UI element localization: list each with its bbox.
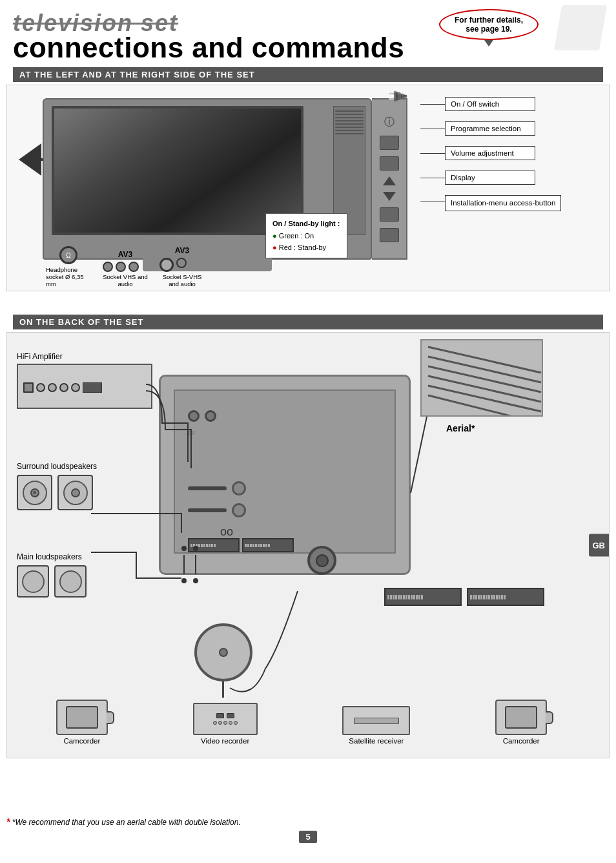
page-header: television set connections and commands … bbox=[0, 0, 616, 62]
gb-badge: GB bbox=[589, 534, 610, 557]
surround-speaker-1 bbox=[17, 475, 52, 510]
menu-button bbox=[380, 228, 399, 242]
callout-bubble: For further details, see page 19. bbox=[439, 9, 539, 47]
tv-back-body: ○○ bbox=[159, 375, 411, 575]
label-on-off: On / Off switch bbox=[420, 97, 608, 111]
label-programme: Programme selection bbox=[420, 121, 608, 136]
large-connector bbox=[307, 546, 336, 575]
main-speaker-2 bbox=[54, 565, 87, 598]
speaker-plug-left bbox=[181, 546, 198, 583]
bottom-devices-row: Camcorder Video r bbox=[7, 700, 596, 745]
satellite-receiver: Satellite receiver bbox=[342, 706, 410, 745]
page-number: 5 bbox=[0, 831, 616, 843]
power-button-indicator: ⓘ bbox=[380, 116, 399, 129]
surround-speaker-2 bbox=[57, 475, 93, 510]
corner-decoration bbox=[554, 5, 607, 50]
side-labels-container: On / Off switch Programme selection Volu… bbox=[420, 97, 608, 222]
satellite-dish bbox=[194, 623, 265, 694]
svg-line-6 bbox=[411, 417, 427, 493]
surround-speakers: Surround loudspeakers bbox=[17, 462, 97, 510]
standby-light-box: On / Stand-by light : ● Green : On ● Red… bbox=[265, 213, 347, 258]
label-installation: Installation-menu access-button bbox=[420, 195, 608, 211]
video-recorder-left: Video recorder bbox=[193, 703, 258, 745]
camcorder-right: Camcorder bbox=[495, 700, 547, 745]
tv-left-right-diagram: ⓘ 🔌 On / Off switch bbox=[6, 85, 610, 291]
bottom-connectors: Ω Headphone socket Ø 6,35 mm AV3 Socket … bbox=[46, 246, 205, 287]
aerial-box bbox=[420, 339, 543, 417]
vol-button-down bbox=[383, 192, 396, 201]
cable-connections: oo bbox=[188, 481, 246, 539]
display-button bbox=[380, 207, 399, 222]
section-header-left: AT THE LEFT AND AT THE RIGHT SIDE OF THE… bbox=[13, 67, 603, 82]
av3-svhs-area: AV3 Socket S-VHS and audio bbox=[159, 246, 205, 287]
main-speaker-1 bbox=[17, 565, 49, 598]
label-display: Display bbox=[420, 171, 608, 185]
prog-button-up bbox=[380, 136, 399, 150]
aerial-label: Aerial* bbox=[446, 423, 475, 433]
tv-side-panel: ⓘ bbox=[372, 98, 407, 260]
back-diagram-container: GB HiFi Amplifier Surround loudspeakers bbox=[6, 332, 610, 758]
svg-line-5 bbox=[428, 395, 518, 417]
footnote: * *We recommend that you use an aerial c… bbox=[6, 816, 610, 827]
av3-vhs-area: AV3 Socket VHS and audio bbox=[103, 250, 148, 287]
scart-right bbox=[384, 588, 544, 606]
hifi-amplifier: HiFi Amplifier bbox=[17, 352, 152, 409]
label-volume: Volume adjustment bbox=[420, 146, 608, 160]
headphone-area: Ω Headphone socket Ø 6,35 mm bbox=[46, 246, 91, 287]
main-speakers: Main loudspeakers bbox=[17, 552, 87, 598]
vol-button-up bbox=[383, 176, 396, 185]
camcorder-left: Camcorder bbox=[56, 700, 108, 745]
prog-button-down bbox=[380, 156, 399, 171]
section-header-back: ON THE BACK OF THE SET bbox=[13, 315, 603, 329]
